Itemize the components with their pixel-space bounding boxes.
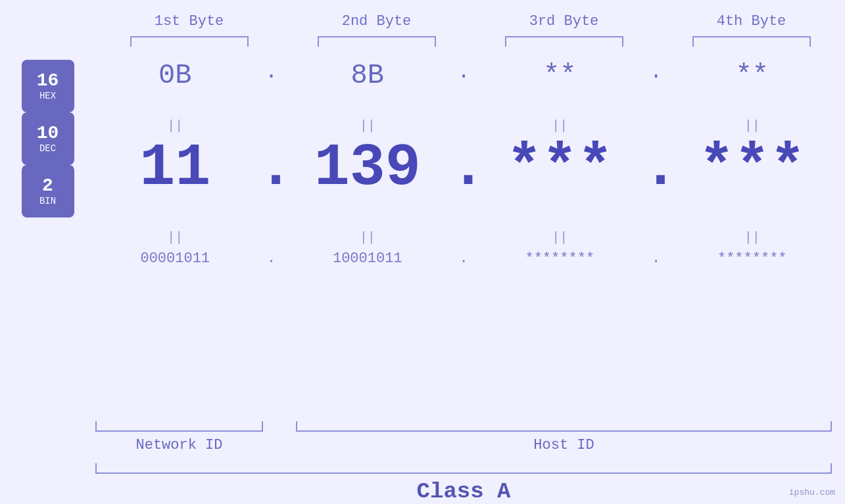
- host-bracket: [296, 421, 832, 432]
- dec-b2-value: 139: [314, 139, 421, 198]
- dec-b4-cell: ***: [673, 139, 833, 224]
- bin-dot3: .: [652, 250, 660, 267]
- top-bracket-4: [692, 36, 811, 47]
- hex-sep3: .: [640, 60, 673, 112]
- bin-b3-value: ********: [525, 250, 594, 267]
- dec-dot3: .: [643, 139, 669, 198]
- host-id-label: Host ID: [296, 437, 832, 453]
- eq2-b4: ||: [673, 230, 833, 245]
- watermark: ipshu.com: [789, 488, 835, 497]
- bracket-cell-3: [470, 36, 658, 47]
- dec-sep2: .: [447, 139, 480, 224]
- eq1-b1: ||: [95, 118, 255, 133]
- bin-b2-cell: 10001011: [288, 250, 448, 303]
- hex-b3-cell: **: [480, 60, 640, 112]
- eq2-b1-sign: ||: [167, 230, 183, 245]
- eq1-b2-sign: ||: [360, 118, 375, 133]
- col3-header: 3rd Byte: [470, 13, 658, 30]
- dec-b4-value: ***: [699, 139, 806, 198]
- hex-b1-cell: 0B: [95, 60, 255, 112]
- col4-header: 4th Byte: [658, 13, 845, 30]
- bin-b4-cell: ********: [673, 250, 833, 303]
- dec-dot1: .: [258, 139, 285, 198]
- top-bracket-2: [318, 36, 436, 47]
- full-bottom-bracket: [95, 463, 832, 474]
- dec-sep3: .: [640, 139, 673, 224]
- bottom-section: Network ID Host ID Class A: [0, 421, 845, 504]
- class-label: Class A: [417, 479, 511, 504]
- dec-sep1: .: [255, 139, 288, 224]
- hex-b2-cell: 8B: [288, 60, 448, 112]
- network-id-label: Network ID: [95, 437, 263, 453]
- col1-header: 1st Byte: [95, 13, 283, 30]
- top-bracket-3: [505, 36, 623, 47]
- hex-data-row: 0B . 8B . ** . **: [95, 60, 832, 112]
- bracket-cell-2: [283, 36, 470, 47]
- eq2-b2: ||: [288, 230, 448, 245]
- dec-badge: 10 DEC: [22, 112, 74, 165]
- section-labels-row: Network ID Host ID: [95, 437, 832, 453]
- dec-b1-cell: 11: [95, 139, 255, 224]
- hex-b3-value: **: [543, 60, 576, 91]
- bracket-cell-1: [95, 36, 283, 47]
- dec-b1-value: 11: [139, 139, 210, 198]
- bracket-gap: [263, 421, 296, 432]
- hex-b1-value: 0B: [158, 60, 191, 91]
- hex-dot1: .: [265, 60, 278, 84]
- eq1-b4: ||: [673, 118, 833, 133]
- eq1-b1-sign: ||: [167, 118, 183, 133]
- byte-headers: 1st Byte 2nd Byte 3rd Byte 4th Byte: [0, 13, 845, 30]
- hex-b4-cell: **: [673, 60, 833, 112]
- eq2-b3: ||: [480, 230, 640, 245]
- eq2-b2-sign: ||: [360, 230, 375, 245]
- hex-sep2: .: [447, 60, 480, 112]
- network-bracket: [95, 421, 263, 432]
- bin-b3-cell: ********: [480, 250, 640, 303]
- eq2-b3-sign: ||: [552, 230, 567, 245]
- label-gap: [263, 437, 296, 453]
- hex-sep1: .: [255, 60, 288, 112]
- bin-sep3: .: [640, 250, 673, 303]
- class-label-row: Class A: [95, 479, 832, 504]
- dec-dot2: .: [450, 139, 477, 198]
- hex-label: HEX: [39, 91, 56, 101]
- eq1-b3: ||: [480, 118, 640, 133]
- labels-column: 16 HEX 10 DEC 2 BIN: [0, 60, 95, 218]
- bin-badge: 2 BIN: [22, 165, 74, 218]
- eq1-b3-sign: ||: [552, 118, 567, 133]
- bin-number: 2: [42, 176, 53, 196]
- hex-b4-value: **: [736, 60, 769, 91]
- eq-row-2: || || || ||: [95, 224, 832, 250]
- bin-data-row: 00001011 . 10001011 . ******** .: [95, 250, 832, 303]
- hex-dot3: .: [650, 60, 662, 84]
- eq2-b4-sign: ||: [744, 230, 760, 245]
- dec-label: DEC: [39, 143, 56, 154]
- bin-dot1: .: [267, 250, 276, 267]
- page-container: 1st Byte 2nd Byte 3rd Byte 4th Byte 16 H…: [0, 0, 845, 504]
- bottom-brackets-row: [95, 421, 832, 432]
- hex-number: 16: [37, 71, 59, 91]
- bin-label: BIN: [39, 196, 56, 206]
- top-bracket-1: [130, 36, 249, 47]
- bin-dot2: .: [459, 250, 468, 267]
- bin-b4-value: ********: [717, 250, 787, 267]
- hex-dot2: .: [457, 60, 470, 84]
- col2-header: 2nd Byte: [283, 13, 470, 30]
- eq1-b4-sign: ||: [744, 118, 760, 133]
- dec-b2-cell: 139: [288, 139, 448, 224]
- bin-b2-value: 10001011: [333, 250, 402, 267]
- dec-b3-cell: ***: [480, 139, 640, 224]
- eq2-b1: ||: [95, 230, 255, 245]
- eq1-b2: ||: [288, 118, 448, 133]
- dec-b3-value: ***: [506, 139, 613, 198]
- hex-badge: 16 HEX: [22, 60, 74, 112]
- top-brackets: [0, 36, 845, 47]
- bin-b1-cell: 00001011: [95, 250, 255, 303]
- bin-sep1: .: [255, 250, 288, 303]
- dec-data-row: 11 . 139 . *** . ***: [95, 139, 832, 224]
- bracket-cell-4: [658, 36, 845, 47]
- bin-sep2: .: [447, 250, 480, 303]
- dec-number: 10: [37, 124, 59, 144]
- bin-b1-value: 00001011: [140, 250, 210, 267]
- hex-b2-value: 8B: [351, 60, 384, 91]
